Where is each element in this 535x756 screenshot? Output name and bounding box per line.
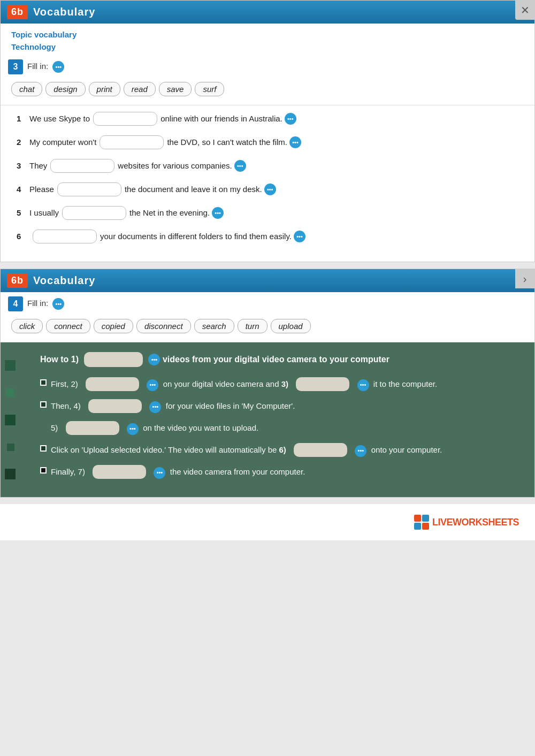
sentence-row-2: 2 My computer won't the DVD, so I can't … bbox=[17, 135, 524, 149]
deco-sq-2 bbox=[6, 388, 14, 397]
input-s1q4[interactable] bbox=[57, 182, 121, 196]
hint-s2q2[interactable]: ••• bbox=[147, 379, 158, 391]
step-row-5: 5) ••• on the video you want to upload. bbox=[51, 421, 522, 435]
word-chip-upload[interactable]: upload bbox=[271, 319, 311, 333]
word-chip-copied[interactable]: copied bbox=[94, 319, 133, 333]
hint-s1q3[interactable]: ••• bbox=[234, 160, 246, 172]
s1-after-6: your documents in different folders to f… bbox=[100, 230, 292, 243]
close-button-1[interactable]: ✕ bbox=[515, 1, 534, 20]
sentences-1: 1 We use Skype to online with our friend… bbox=[1, 105, 534, 262]
exercise2-instruction: Fill in: ••• bbox=[27, 298, 64, 310]
exercise1-header: 3 Fill in: ••• bbox=[1, 55, 534, 78]
section1-title: Vocabulary bbox=[33, 6, 95, 18]
bullet-finally bbox=[40, 467, 47, 474]
deco-sq-4 bbox=[7, 444, 14, 451]
section2-header: 6b Vocabulary bbox=[1, 269, 534, 292]
input-s2q1[interactable] bbox=[84, 352, 143, 367]
input-s2q2[interactable] bbox=[86, 377, 139, 391]
hint-s2q7[interactable]: ••• bbox=[154, 467, 165, 479]
section2-title: Vocabulary bbox=[33, 274, 95, 287]
dark-inner: How to 1) ••• videos from your digital v… bbox=[40, 352, 522, 479]
sentence-row-1: 1 We use Skype to online with our friend… bbox=[17, 112, 524, 126]
section1-badge: 6b bbox=[7, 5, 28, 19]
step-text-5: 5) ••• on the video you want to upload. bbox=[51, 421, 522, 435]
hint-s1q1[interactable]: ••• bbox=[285, 113, 296, 125]
hint-s1q4[interactable]: ••• bbox=[264, 184, 276, 195]
word-bank-2: click connect copied disconnect search t… bbox=[1, 315, 534, 342]
deco-sq-3 bbox=[5, 415, 16, 425]
input-s1q2[interactable] bbox=[100, 135, 164, 149]
logo-cell-3 bbox=[414, 523, 421, 530]
input-s1q5[interactable] bbox=[62, 206, 126, 220]
deco-sq-5 bbox=[5, 469, 16, 479]
sentence-row-4: 4 Please the document and leave it on my… bbox=[17, 182, 524, 196]
step-row-first: First, 2) ••• on your digital video came… bbox=[40, 377, 522, 391]
input-s2q6[interactable] bbox=[294, 443, 347, 457]
hint-s2q5[interactable]: ••• bbox=[127, 423, 139, 435]
footer: LIVEWORKSHEETS bbox=[0, 504, 535, 540]
word-chip-save[interactable]: save bbox=[159, 82, 192, 96]
input-s2q3[interactable] bbox=[296, 377, 349, 391]
liveworksheets-text: LIVEWORKSHEETS bbox=[432, 517, 519, 528]
input-s2q5[interactable] bbox=[66, 421, 119, 435]
word-chip-connect[interactable]: connect bbox=[46, 319, 90, 333]
sentence-row-6: 6 your documents in different folders to… bbox=[17, 230, 524, 243]
hint-s2q4[interactable]: ••• bbox=[149, 401, 161, 413]
step-text-finally: Finally, 7) ••• the video camera from yo… bbox=[51, 464, 522, 479]
exercise1-instruction: Fill in: ••• bbox=[27, 61, 64, 73]
word-chip-disconnect[interactable]: disconnect bbox=[136, 319, 191, 333]
sentence-row-5: 5 I usually the Net in the evening. ••• bbox=[17, 206, 524, 220]
step-row-upload: Click on 'Upload selected video.' The vi… bbox=[40, 442, 522, 457]
input-s2q4[interactable] bbox=[88, 399, 142, 413]
input-s1q3[interactable] bbox=[50, 159, 114, 173]
logo-cell-2 bbox=[422, 515, 429, 522]
s1-before-5: I usually bbox=[29, 206, 59, 220]
input-s1q6[interactable] bbox=[33, 230, 97, 243]
how-to-label: How to 1) bbox=[40, 355, 81, 364]
deco-sq-1 bbox=[5, 360, 16, 371]
input-s1q1[interactable] bbox=[93, 112, 157, 126]
section-2: 6b Vocabulary › 4 Fill in: ••• click con… bbox=[0, 269, 535, 498]
word-chip-design[interactable]: design bbox=[45, 82, 85, 96]
step-row-then: Then, 4) ••• for your video files in 'My… bbox=[40, 399, 522, 413]
hint-s2q1[interactable]: ••• bbox=[148, 354, 160, 365]
liveworksheets-logo: LIVEWORKSHEETS bbox=[414, 515, 519, 530]
word-chip-click[interactable]: click bbox=[11, 319, 43, 333]
s1-after-3: websites for various companies. bbox=[118, 159, 232, 173]
step-text-upload: Click on 'Upload selected video.' The vi… bbox=[51, 442, 522, 457]
logo-cell-4 bbox=[422, 523, 429, 530]
deco-squares bbox=[1, 342, 27, 497]
exercise1-hint[interactable]: ••• bbox=[52, 61, 64, 73]
exercise2-hint[interactable]: ••• bbox=[52, 298, 64, 310]
step-text-first: First, 2) ••• on your digital video came… bbox=[51, 377, 522, 391]
hint-s1q6[interactable]: ••• bbox=[294, 231, 305, 242]
word-chip-surf[interactable]: surf bbox=[195, 82, 224, 96]
s1-after-1: online with our friends in Australia. bbox=[160, 112, 282, 126]
input-s2q7[interactable] bbox=[93, 465, 146, 479]
step-text-then: Then, 4) ••• for your video files in 'My… bbox=[51, 399, 522, 413]
hint-s1q5[interactable]: ••• bbox=[212, 207, 224, 219]
logo-cell-1 bbox=[414, 515, 421, 522]
hint-s2q6[interactable]: ••• bbox=[355, 445, 366, 457]
word-chip-print[interactable]: print bbox=[89, 82, 120, 96]
nav-button-2[interactable]: › bbox=[515, 269, 534, 288]
word-chip-search[interactable]: search bbox=[194, 319, 234, 333]
word-chip-read[interactable]: read bbox=[124, 82, 156, 96]
hint-s1q2[interactable]: ••• bbox=[289, 136, 301, 148]
s1-before-1: We use Skype to bbox=[29, 112, 90, 126]
exercise2-header: 4 Fill in: ••• bbox=[1, 292, 534, 315]
s1-before-4: Please bbox=[29, 182, 54, 196]
exercise1-number: 3 bbox=[8, 59, 23, 74]
exercise2-number: 4 bbox=[8, 296, 23, 311]
hint-s2q3[interactable]: ••• bbox=[357, 379, 369, 391]
word-chip-turn[interactable]: turn bbox=[238, 319, 268, 333]
how-to-row: How to 1) ••• videos from your digital v… bbox=[40, 352, 522, 367]
sentence-row-3: 3 They websites for various companies. •… bbox=[17, 159, 524, 173]
bullet-first bbox=[40, 379, 47, 386]
topic-heading: Topic vocabulary Technology bbox=[1, 24, 534, 55]
how-to-after: videos from your digital video camera to… bbox=[160, 355, 389, 364]
s1-before-2: My computer won't bbox=[29, 135, 96, 149]
word-bank-1: chat design print read save surf bbox=[1, 78, 534, 105]
word-chip-chat[interactable]: chat bbox=[11, 82, 42, 96]
logo-grid bbox=[414, 515, 429, 530]
